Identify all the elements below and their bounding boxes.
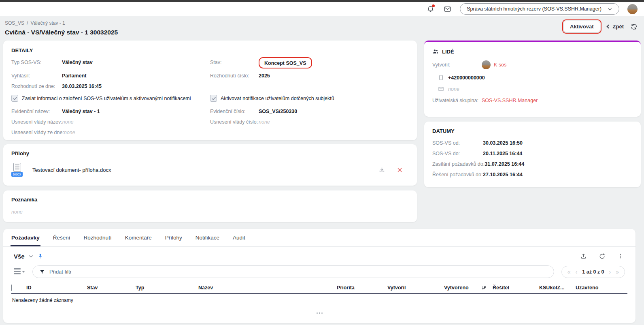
note-card-title: Poznámka: [11, 197, 409, 203]
export-icon[interactable]: [579, 252, 588, 261]
tab-komentare[interactable]: Komentáře: [124, 230, 153, 246]
breadcrumb: SOS_VS / Válečný stav - 1: [5, 20, 118, 26]
creator-avatar: [482, 60, 491, 69]
reload-grid-icon[interactable]: [597, 252, 606, 261]
page-prev-button[interactable]: ‹: [576, 269, 578, 275]
people-icon: [432, 48, 439, 55]
attachment-row: DOCX Testovací dokument- příloha.docx: [11, 163, 409, 177]
empty-table-message: Nenalezeny žádné záznamy: [11, 294, 627, 307]
more-options-kebab-icon[interactable]: [616, 252, 625, 261]
check-icon: [13, 96, 17, 101]
expand-dots-icon[interactable]: [11, 312, 627, 314]
note-card: Poznámka none: [3, 190, 417, 222]
attachments-card-title: Přílohy: [11, 150, 409, 156]
creator-phone: +420000000000: [448, 75, 485, 81]
usneseni-nazev-value: none: [62, 118, 74, 125]
filter-input[interactable]: [49, 269, 547, 275]
download-attachment-icon[interactable]: [377, 165, 386, 174]
field-label: Vyhlásil:: [11, 72, 62, 79]
page-head: SOS_VS / Válečný stav - 1 Cvičná - VS/Vá…: [5, 20, 118, 36]
user-avatar[interactable]: [627, 4, 638, 14]
field-label: Evidenční název:: [11, 108, 62, 114]
field-label: Rozhodnutí ze dne:: [11, 83, 62, 89]
pin-icon[interactable]: [37, 253, 43, 259]
field-label: Usnesení vlády název:: [11, 118, 62, 125]
column-header-ksukolz[interactable]: KSUkolZ...: [539, 285, 576, 291]
field-label: Evidenční číslo:: [210, 108, 259, 114]
dates-card-title: DATUMY: [432, 128, 633, 134]
tab-audit[interactable]: Audit: [232, 230, 246, 246]
chevron-down-icon: [28, 254, 34, 259]
dates-card: DATUMY SOS-VS od: 30.03.2025 16:50 SOS-V…: [424, 122, 641, 187]
activate-button[interactable]: Aktivovat: [564, 21, 600, 32]
messages-envelope-icon[interactable]: [443, 4, 452, 13]
tab-pozadavky[interactable]: Požadavky: [11, 230, 40, 246]
sos-vs-do-value: 20.11.2025 16:44: [483, 150, 522, 157]
field-label: Rozhodnutí číslo:: [210, 72, 259, 79]
user-group-link[interactable]: SOS-VS.SSHR.Manager: [482, 98, 538, 103]
role-selector-value: Správa státních hmotných rezerv (SOS-VS.…: [467, 6, 601, 12]
notifications-bell-icon[interactable]: [426, 4, 435, 13]
page-next-button[interactable]: ›: [609, 269, 611, 275]
column-header-priorita[interactable]: Priorita: [337, 285, 387, 291]
usneseni-cislo-value: none: [259, 118, 270, 125]
tab-rozhodnuti[interactable]: Rozhodnutí: [83, 230, 113, 246]
grid-toolbar: Vše: [3, 247, 635, 262]
annotation-box-activate: Aktivovat: [562, 19, 601, 34]
tab-notifikace[interactable]: Notifikace: [195, 230, 220, 246]
rozhodnuti-cislo-value: 2025: [259, 72, 270, 79]
requests-table: ID Stav Typ Název Priorita Vytvořil Vytv…: [11, 282, 627, 314]
sort-descending-icon[interactable]: [481, 285, 487, 291]
page-first-button[interactable]: «: [567, 269, 571, 275]
back-button[interactable]: Zpět: [607, 24, 624, 30]
role-selector-dropdown[interactable]: Správa státních hmotných rezerv (SOS-VS.…: [460, 3, 619, 15]
select-all-checkbox[interactable]: [11, 284, 12, 291]
zasilani-pozadavku-do-value: 31.07.2025 16:44: [485, 160, 524, 167]
field-label: Usnesení vlády číslo:: [210, 118, 259, 125]
people-card: LIDÉ Vytvořil: K sos +420000000000 none …: [424, 41, 641, 117]
stav-value: Koncept SOS_VS: [264, 60, 306, 66]
checkbox-label: Aktivovat notifikace uživatelům dotčenýc…: [221, 96, 334, 101]
attachment-filename[interactable]: Testovací dokument- příloha.docx: [32, 167, 111, 173]
mobile-phone-icon: [438, 75, 444, 81]
filter-row: « ‹ 1 až 0 z 0 › »: [3, 262, 635, 280]
usneseni-ze-dne-value: none: [64, 129, 75, 135]
column-header-vytvoreno[interactable]: Vytvořeno: [444, 285, 493, 291]
column-header-vytvoril[interactable]: Vytvořil: [387, 285, 444, 291]
table-header-row: ID Stav Typ Název Priorita Vytvořil Vytv…: [11, 282, 627, 294]
filter-input-pill[interactable]: [32, 265, 554, 278]
field-label: Stav:: [210, 59, 259, 65]
breadcrumb-root[interactable]: SOS_VS: [5, 20, 24, 26]
creator-link[interactable]: K sos: [494, 62, 506, 68]
column-settings-icon[interactable]: [14, 268, 25, 276]
page-last-button[interactable]: »: [616, 269, 619, 275]
column-header-resitel[interactable]: Řešitel: [493, 285, 539, 291]
field-label: Zasílání požadavků do:: [432, 160, 485, 167]
docx-file-icon: DOCX: [11, 163, 23, 177]
column-header-nazev[interactable]: Název: [198, 285, 337, 291]
field-label: Usnesení vlády ze dne:: [11, 129, 64, 135]
app-header: Správa státních hmotných rezerv (SOS-VS.…: [0, 2, 644, 16]
breadcrumb-current: Válečný stav - 1: [30, 20, 65, 26]
details-card: DETAILY Typ SOS-VS: Válečný stav Stav: K…: [3, 41, 417, 140]
annotation-box-stav: Koncept SOS_VS: [259, 57, 312, 68]
column-header-uzavreno[interactable]: Uzavřeno: [576, 285, 627, 291]
check-icon: [211, 96, 216, 101]
pagination: « ‹ 1 až 0 z 0 › »: [561, 266, 625, 278]
tab-reseni[interactable]: Řešení: [52, 230, 71, 246]
column-header-stav[interactable]: Stav: [87, 285, 136, 291]
column-header-typ[interactable]: Typ: [136, 285, 198, 291]
tab-prilohy[interactable]: Přílohy: [164, 230, 183, 246]
checkbox-zaslat-informaci[interactable]: [11, 95, 18, 102]
breadcrumb-separator: /: [27, 20, 28, 26]
refresh-page-icon[interactable]: [629, 22, 638, 31]
field-label: SOS-VS od:: [432, 139, 483, 146]
funnel-icon: [39, 269, 45, 275]
view-selector[interactable]: Vše: [14, 253, 43, 260]
details-card-title: DETAILY: [11, 47, 409, 53]
page-title: Cvičná - VS/Válečný stav - 1 30032025: [5, 29, 118, 36]
delete-attachment-icon[interactable]: [395, 165, 404, 174]
checkbox-aktivovat-notifikace[interactable]: [210, 95, 217, 102]
column-header-id[interactable]: ID: [26, 285, 87, 291]
field-label: Vytvořil:: [432, 62, 482, 68]
